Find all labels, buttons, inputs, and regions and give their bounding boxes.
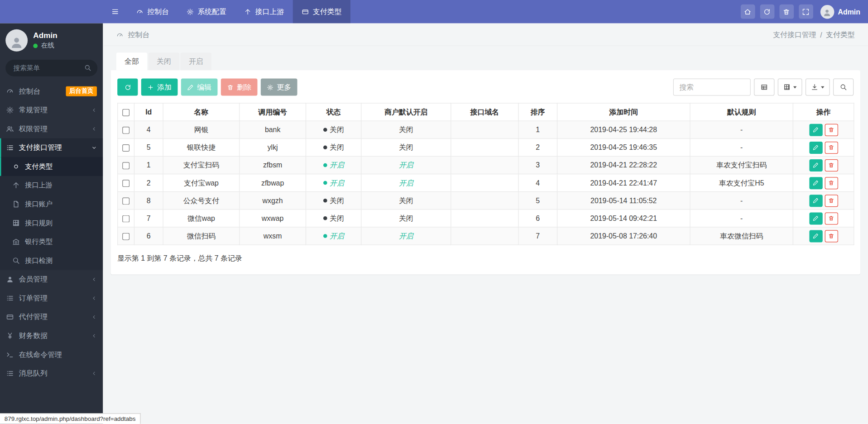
list-icon bbox=[6, 294, 14, 302]
select-all-checkbox[interactable] bbox=[122, 109, 129, 116]
merchant-default-toggle[interactable]: 关闭 bbox=[399, 125, 413, 133]
topnav-item-system-config[interactable]: 系统配置 bbox=[177, 0, 235, 23]
toggle-view-button[interactable] bbox=[754, 79, 774, 96]
delete-row-button[interactable] bbox=[825, 141, 838, 153]
delete-row-button[interactable] bbox=[825, 124, 838, 136]
more-button[interactable]: 更多 bbox=[261, 79, 297, 96]
delete-row-button[interactable] bbox=[825, 177, 838, 189]
merchant-default-toggle[interactable]: 关闭 bbox=[399, 143, 413, 151]
tab-open[interactable]: 开启 bbox=[181, 52, 211, 70]
sidebar-item-general[interactable]: 常规管理 bbox=[0, 101, 103, 120]
header-code[interactable]: 调用编号 bbox=[240, 103, 306, 121]
sidebar-item-interface-check[interactable]: 接口检测 bbox=[0, 251, 103, 270]
topnav-item-dashboard[interactable]: 控制台 bbox=[127, 0, 177, 23]
expand-icon bbox=[802, 8, 810, 15]
cell-select bbox=[118, 227, 134, 245]
header-id[interactable]: Id bbox=[134, 103, 163, 121]
avatar bbox=[5, 29, 28, 52]
edit-row-button[interactable] bbox=[809, 177, 822, 189]
delete-button[interactable]: 删除 bbox=[221, 79, 258, 96]
edit-row-button[interactable] bbox=[809, 124, 822, 136]
table-search-input[interactable] bbox=[673, 79, 751, 96]
menu-search-input[interactable] bbox=[5, 60, 97, 76]
delete-row-button[interactable] bbox=[825, 230, 838, 242]
merchant-default-toggle[interactable]: 关闭 bbox=[399, 196, 413, 204]
chevron-left-icon bbox=[91, 276, 97, 282]
status-badge: 关闭 bbox=[323, 213, 344, 223]
edit-row-button[interactable] bbox=[809, 212, 822, 224]
edit-row-button[interactable] bbox=[809, 195, 822, 207]
delete-row-button[interactable] bbox=[825, 195, 838, 207]
edit-row-button[interactable] bbox=[809, 141, 822, 153]
merchant-default-toggle[interactable]: 开启 bbox=[399, 178, 413, 186]
row-checkbox[interactable] bbox=[122, 233, 129, 240]
sidebar-item-member[interactable]: 会员管理 bbox=[0, 270, 103, 289]
cell-code: zfbwap bbox=[240, 174, 306, 192]
trash-icon bbox=[828, 162, 834, 168]
merchant-default-toggle[interactable]: 开启 bbox=[399, 161, 413, 169]
header-added-time[interactable]: 添加时间 bbox=[557, 103, 690, 121]
arrow-up-icon bbox=[244, 8, 251, 15]
user-menu[interactable]: Admin bbox=[820, 5, 860, 19]
cell-default-rule: - bbox=[690, 138, 793, 156]
sidebar-item-bank-type[interactable]: 银行类型 bbox=[0, 232, 103, 251]
clear-cache-button[interactable] bbox=[779, 5, 794, 19]
columns-dropdown-button[interactable] bbox=[778, 79, 802, 96]
header-merchant-default[interactable]: 商户默认开启 bbox=[361, 103, 451, 121]
sidebar-item-message-queue[interactable]: 消息队列 bbox=[0, 364, 103, 383]
refresh-table-button[interactable] bbox=[117, 79, 138, 96]
header-name[interactable]: 名称 bbox=[163, 103, 240, 121]
sidebar-item-label: 财务数据 bbox=[19, 331, 86, 341]
fullscreen-button[interactable] bbox=[799, 5, 813, 19]
cell-domain bbox=[451, 156, 518, 174]
row-checkbox[interactable] bbox=[122, 162, 129, 169]
row-checkbox[interactable] bbox=[122, 127, 129, 134]
header-sort[interactable]: 排序 bbox=[518, 103, 557, 121]
sidebar-item-finance[interactable]: 财务数据 bbox=[0, 326, 103, 345]
edit-button[interactable]: 编辑 bbox=[181, 79, 218, 96]
table-row: 7 微信wap wxwap 关闭 关闭 6 2019-05-14 09:42:2… bbox=[118, 210, 854, 227]
main-content: 控制台 支付接口管理 / 支付类型 全部 关闭 开启 添加 编辑 删除 更多 bbox=[103, 23, 868, 424]
sidebar-item-command[interactable]: 在线命令管理 bbox=[0, 345, 103, 364]
topnav-item-pay-type[interactable]: 支付类型 bbox=[293, 0, 350, 23]
header-default-rule[interactable]: 默认规则 bbox=[690, 103, 793, 121]
sidebar-item-payout[interactable]: 代付管理 bbox=[0, 308, 103, 327]
add-button[interactable]: 添加 bbox=[141, 79, 178, 96]
sidebar-item-pay-interface[interactable]: 支付接口管理 bbox=[0, 138, 103, 157]
sidebar-item-interface-upstream[interactable]: 接口上游 bbox=[0, 176, 103, 195]
cell-merchant-default: 关闭 bbox=[361, 121, 451, 138]
merchant-default-toggle[interactable]: 关闭 bbox=[399, 214, 413, 222]
cell-code: ylkj bbox=[240, 138, 306, 156]
header-status[interactable]: 状态 bbox=[306, 103, 361, 121]
sidebar-item-auth[interactable]: 权限管理 bbox=[0, 119, 103, 138]
edit-row-button[interactable] bbox=[809, 230, 822, 242]
queue-icon bbox=[6, 370, 14, 377]
breadcrumb-home[interactable]: 控制台 bbox=[128, 30, 149, 40]
home-button[interactable] bbox=[740, 5, 755, 19]
tab-closed[interactable]: 关闭 bbox=[149, 52, 179, 70]
toggle-search-button[interactable] bbox=[833, 79, 854, 96]
row-checkbox[interactable] bbox=[122, 198, 129, 205]
topnav-item-upstream[interactable]: 接口上游 bbox=[235, 0, 293, 23]
tab-all[interactable]: 全部 bbox=[116, 52, 147, 70]
row-checkbox[interactable] bbox=[122, 215, 129, 223]
sidebar-item-interface-rule[interactable]: 接口规则 bbox=[0, 214, 103, 233]
edit-row-button[interactable] bbox=[809, 159, 822, 171]
sidebar-item-interface-account[interactable]: 接口账户 bbox=[0, 195, 103, 214]
merchant-default-toggle[interactable]: 开启 bbox=[399, 232, 413, 240]
delete-row-button[interactable] bbox=[825, 159, 838, 171]
row-checkbox[interactable] bbox=[122, 180, 129, 187]
sidebar-toggle-button[interactable] bbox=[103, 0, 127, 23]
header-domain[interactable]: 接口域名 bbox=[451, 103, 518, 121]
cell-select bbox=[118, 121, 134, 138]
row-checkbox[interactable] bbox=[122, 144, 129, 152]
delete-row-button[interactable] bbox=[825, 212, 838, 224]
breadcrumb-section[interactable]: 支付接口管理 bbox=[773, 30, 816, 40]
sidebar-item-pay-type[interactable]: 支付类型 bbox=[0, 157, 103, 176]
search-icon bbox=[12, 257, 20, 264]
sidebar-item-order[interactable]: 订单管理 bbox=[0, 289, 103, 308]
sidebar-item-dashboard[interactable]: 控制台 后台首页 bbox=[0, 82, 103, 101]
cell-id: 2 bbox=[134, 174, 163, 192]
export-dropdown-button[interactable] bbox=[806, 79, 830, 96]
refresh-page-button[interactable] bbox=[760, 5, 774, 19]
